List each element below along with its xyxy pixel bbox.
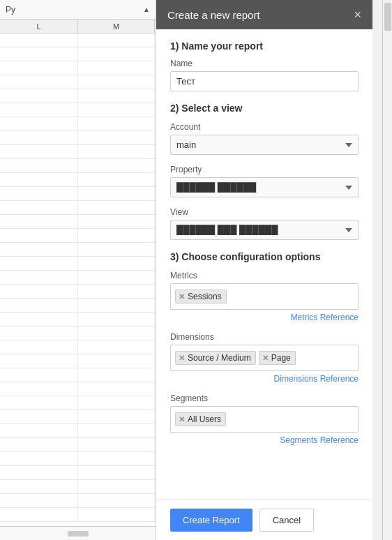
grid-cell[interactable] bbox=[78, 75, 155, 89]
grid-cell[interactable] bbox=[0, 89, 78, 103]
dimensions-tag-source-medium-remove[interactable]: ✕ bbox=[179, 354, 185, 363]
grid-cell[interactable] bbox=[0, 354, 78, 368]
grid-cell[interactable] bbox=[78, 452, 155, 465]
grid-cell[interactable] bbox=[0, 452, 78, 465]
grid-cell[interactable] bbox=[0, 103, 78, 117]
grid-cell[interactable] bbox=[78, 103, 155, 117]
dimensions-reference-link[interactable]: Dimensions Reference bbox=[170, 374, 359, 384]
grid-row bbox=[0, 299, 156, 313]
close-button[interactable]: × bbox=[354, 8, 361, 21]
grid-cell[interactable] bbox=[78, 340, 155, 354]
grid-cell[interactable] bbox=[78, 271, 155, 284]
scrollbar-thumb[interactable] bbox=[384, 3, 391, 31]
grid-cell[interactable] bbox=[78, 480, 155, 493]
right-scrollbar[interactable] bbox=[382, 0, 392, 540]
grid-cell[interactable] bbox=[78, 61, 155, 75]
grid-cell[interactable] bbox=[0, 145, 78, 158]
grid-cell[interactable] bbox=[0, 131, 78, 144]
grid-cell[interactable] bbox=[78, 508, 155, 521]
grid-cell[interactable] bbox=[78, 131, 155, 144]
segments-reference-link[interactable]: Segments Reference bbox=[170, 435, 359, 445]
grid-row bbox=[0, 438, 156, 452]
grid-cell[interactable] bbox=[78, 257, 155, 270]
grid-row bbox=[0, 410, 156, 424]
grid-cell[interactable] bbox=[0, 508, 78, 521]
grid-cell[interactable] bbox=[78, 424, 155, 437]
grid-cell[interactable] bbox=[78, 299, 155, 312]
grid-cell[interactable] bbox=[0, 438, 78, 451]
grid-cell[interactable] bbox=[78, 145, 155, 158]
dimensions-tag-input[interactable]: ✕ Source / Medium ✕ Page bbox=[170, 345, 359, 371]
property-label: Property bbox=[170, 165, 359, 174]
grid-cell[interactable] bbox=[0, 75, 78, 89]
grid-cell[interactable] bbox=[78, 187, 155, 200]
col-header-m: M bbox=[78, 20, 155, 33]
grid-cell[interactable] bbox=[0, 61, 78, 75]
grid-cell[interactable] bbox=[78, 368, 155, 382]
grid-row bbox=[0, 313, 156, 327]
grid-cell[interactable] bbox=[78, 243, 155, 256]
grid-cell[interactable] bbox=[0, 47, 78, 61]
grid-cell[interactable] bbox=[0, 480, 78, 493]
grid-cell[interactable] bbox=[0, 410, 78, 423]
grid-cell[interactable] bbox=[0, 466, 78, 479]
create-report-button[interactable]: Create Report bbox=[170, 509, 252, 532]
segments-tag-all-users-remove[interactable]: ✕ bbox=[179, 415, 185, 424]
grid-cell[interactable] bbox=[78, 117, 155, 130]
sheet-collapse-icon[interactable]: ▲ bbox=[143, 6, 150, 13]
metrics-tag-sessions-remove[interactable]: ✕ bbox=[179, 292, 185, 301]
segments-tag-input[interactable]: ✕ All Users bbox=[170, 406, 359, 433]
grid-cell[interactable] bbox=[0, 424, 78, 437]
grid-cell[interactable] bbox=[0, 368, 78, 382]
grid-cell[interactable] bbox=[78, 159, 155, 172]
grid-cell[interactable] bbox=[78, 229, 155, 242]
grid-cell[interactable] bbox=[78, 354, 155, 368]
sheet-tab[interactable]: Py ▲ bbox=[0, 0, 156, 20]
cancel-button[interactable]: Cancel bbox=[259, 509, 314, 532]
grid-cell[interactable] bbox=[0, 201, 78, 214]
property-select[interactable]: ██████ ██████ bbox=[170, 177, 359, 197]
grid-cell[interactable] bbox=[0, 33, 78, 47]
grid-cell[interactable] bbox=[0, 396, 78, 410]
grid-cell[interactable] bbox=[0, 299, 78, 312]
grid-cell[interactable] bbox=[78, 327, 155, 340]
grid-cell[interactable] bbox=[0, 340, 78, 354]
bottom-scrollbar[interactable] bbox=[0, 526, 156, 540]
grid-cell[interactable] bbox=[0, 215, 78, 228]
name-input[interactable] bbox=[170, 71, 359, 91]
grid-cell[interactable] bbox=[0, 271, 78, 284]
grid-cell[interactable] bbox=[0, 229, 78, 242]
grid-cell[interactable] bbox=[78, 215, 155, 228]
grid-cell[interactable] bbox=[0, 382, 78, 396]
grid-cell[interactable] bbox=[78, 494, 155, 507]
grid-cell[interactable] bbox=[78, 201, 155, 214]
metrics-tag-input[interactable]: ✕ Sessions bbox=[170, 283, 359, 310]
metrics-reference-link[interactable]: Metrics Reference bbox=[170, 313, 359, 322]
grid-cell[interactable] bbox=[0, 257, 78, 270]
grid-cell[interactable] bbox=[0, 173, 78, 186]
grid-cell[interactable] bbox=[0, 494, 78, 507]
grid-row bbox=[0, 103, 156, 117]
grid-cell[interactable] bbox=[0, 159, 78, 172]
grid-cell[interactable] bbox=[78, 47, 155, 61]
grid-cell[interactable] bbox=[78, 33, 155, 47]
grid-cell[interactable] bbox=[78, 396, 155, 410]
grid-cell[interactable] bbox=[0, 327, 78, 340]
grid-row bbox=[0, 382, 156, 396]
grid-cell[interactable] bbox=[78, 382, 155, 396]
account-select[interactable]: main bbox=[170, 135, 359, 155]
grid-cell[interactable] bbox=[78, 285, 155, 298]
grid-cell[interactable] bbox=[0, 117, 78, 130]
grid-cell[interactable] bbox=[78, 173, 155, 186]
grid-cell[interactable] bbox=[78, 89, 155, 103]
grid-cell[interactable] bbox=[0, 313, 78, 326]
grid-cell[interactable] bbox=[0, 243, 78, 256]
grid-cell[interactable] bbox=[0, 187, 78, 200]
dimensions-tag-page-remove[interactable]: ✕ bbox=[262, 354, 269, 363]
grid-cell[interactable] bbox=[78, 410, 155, 423]
view-select[interactable]: ██████ ███ ██████ bbox=[170, 220, 359, 240]
grid-cell[interactable] bbox=[78, 438, 155, 451]
grid-cell[interactable] bbox=[0, 285, 78, 298]
grid-cell[interactable] bbox=[78, 466, 155, 479]
grid-cell[interactable] bbox=[78, 313, 155, 326]
